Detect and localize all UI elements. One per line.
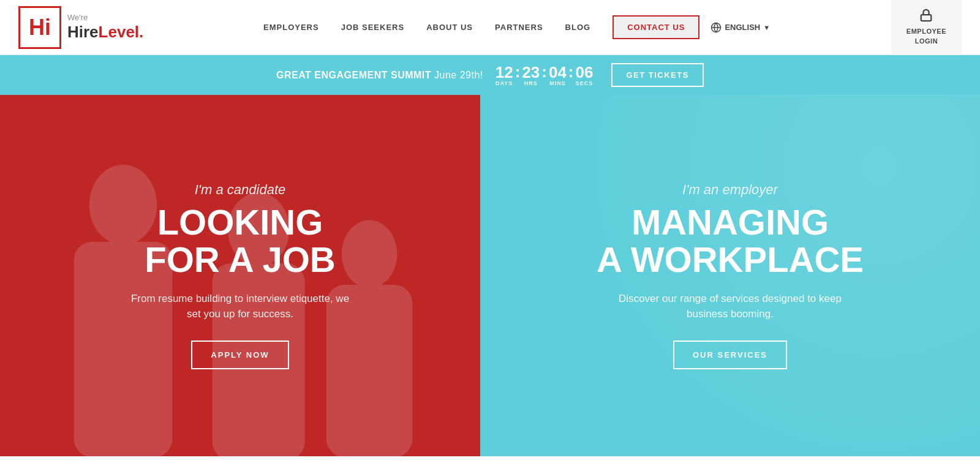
hero-employer-panel: I'm an employer MANAGING A WORKPLACE Dis… bbox=[480, 95, 980, 456]
employee-login-label: EMPLOYEELOGIN bbox=[907, 27, 946, 46]
candidate-subtitle: I'm a candidate bbox=[124, 182, 356, 198]
nav-partners[interactable]: PARTNERS bbox=[484, 23, 554, 32]
hero-candidate-content: I'm a candidate LOOKING FOR A JOB From r… bbox=[99, 157, 381, 394]
hero-employer-content: I'm an employer MANAGING A WORKPLACE Dis… bbox=[572, 157, 888, 394]
contact-us-button[interactable]: CONTACT US bbox=[612, 15, 699, 39]
countdown-sep-1: : bbox=[515, 64, 521, 80]
logo-text: We're HireLevel. bbox=[67, 13, 143, 42]
employee-login-button[interactable]: EMPLOYEELOGIN bbox=[891, 0, 962, 55]
hero-candidate-panel: I'm a candidate LOOKING FOR A JOB From r… bbox=[0, 95, 480, 456]
countdown-timer: 12 DAYS : 23 HRS : 04 MINS : 06 SECS bbox=[496, 64, 594, 87]
banner-text: GREAT ENGAGEMENT SUMMIT June 29th! bbox=[276, 70, 483, 81]
hero-section: I'm a candidate LOOKING FOR A JOB From r… bbox=[0, 95, 980, 456]
header: Hi We're HireLevel. EMPLOYERS JOB SEEKER… bbox=[0, 0, 980, 55]
countdown-secs: 06 SECS bbox=[576, 64, 594, 86]
main-nav: EMPLOYERS JOB SEEKERS ABOUT US PARTNERS … bbox=[252, 15, 782, 39]
language-selector[interactable]: ENGLISH ▼ bbox=[710, 22, 770, 33]
event-date-inline: June 29th! bbox=[434, 70, 483, 80]
employer-subtitle: I'm an employer bbox=[597, 182, 864, 198]
chevron-down-icon: ▼ bbox=[763, 24, 770, 31]
logo-hi-text: Hi bbox=[29, 17, 51, 39]
svg-rect-2 bbox=[921, 15, 932, 21]
event-bold: GREAT ENGAGEMENT SUMMIT bbox=[276, 70, 431, 80]
nav-employers[interactable]: EMPLOYERS bbox=[252, 23, 330, 32]
logo-were-text: We're bbox=[67, 13, 143, 23]
logo-area: Hi We're HireLevel. bbox=[18, 6, 143, 49]
countdown-days: 12 DAYS bbox=[496, 64, 513, 86]
lock-icon bbox=[919, 9, 933, 24]
countdown-sep-3: : bbox=[568, 64, 574, 80]
candidate-description: From resume building to interview etique… bbox=[124, 291, 356, 322]
employer-title: MANAGING A WORKPLACE bbox=[597, 204, 864, 279]
countdown-hours: 23 HRS bbox=[522, 64, 540, 86]
nav-job-seekers[interactable]: JOB SEEKERS bbox=[330, 23, 415, 32]
employer-description: Discover our range of services designed … bbox=[614, 291, 846, 322]
nav-about-us[interactable]: ABOUT US bbox=[415, 23, 484, 32]
candidate-title: LOOKING FOR A JOB bbox=[124, 204, 356, 279]
globe-icon bbox=[710, 22, 722, 33]
our-services-button[interactable]: OUR SERVICES bbox=[673, 341, 787, 369]
countdown-mins: 04 MINS bbox=[549, 64, 567, 86]
nav-blog[interactable]: BLOG bbox=[554, 23, 602, 32]
logo-box: Hi bbox=[18, 6, 61, 49]
event-banner: GREAT ENGAGEMENT SUMMIT June 29th! 12 DA… bbox=[0, 55, 980, 95]
apply-now-button[interactable]: APPLY NOW bbox=[191, 341, 288, 369]
countdown-sep-2: : bbox=[541, 64, 547, 80]
get-tickets-button[interactable]: GET TICKETS bbox=[611, 63, 703, 87]
language-label: ENGLISH bbox=[725, 23, 760, 32]
logo-brand-name: HireLevel. bbox=[67, 23, 143, 42]
